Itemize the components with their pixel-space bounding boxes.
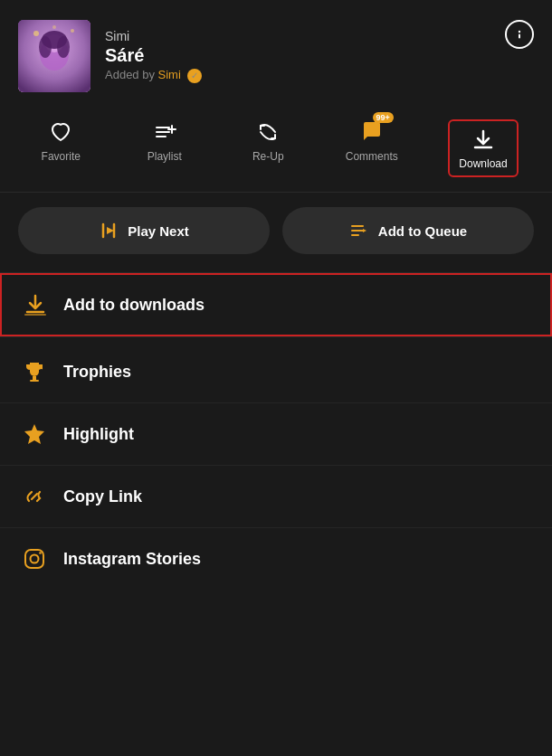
add-downloads-label: Add to downloads xyxy=(63,296,205,315)
svg-rect-24 xyxy=(33,376,36,380)
svg-marker-26 xyxy=(24,424,44,444)
playlist-icon xyxy=(152,119,177,145)
add-downloads-section: Add to downloads xyxy=(0,272,552,337)
svg-point-1 xyxy=(33,31,39,36)
download-icon xyxy=(471,127,496,152)
reup-action[interactable]: Re-Up xyxy=(241,119,295,177)
svg-point-9 xyxy=(519,31,520,33)
copy-link-label: Copy Link xyxy=(63,487,142,506)
menu-item-highlight[interactable]: Highlight xyxy=(0,403,552,466)
favorite-label: Favorite xyxy=(42,150,81,163)
comments-icon: 99+ xyxy=(359,119,385,145)
highlight-icon xyxy=(22,421,47,447)
svg-point-29 xyxy=(39,552,42,554)
info-button[interactable] xyxy=(505,20,534,49)
reup-label: Re-Up xyxy=(252,150,284,163)
svg-point-3 xyxy=(52,25,56,29)
favorite-icon xyxy=(48,119,73,145)
album-art xyxy=(18,20,90,92)
artist-name: Simi xyxy=(105,29,534,43)
add-downloads-button[interactable]: Add to downloads xyxy=(0,273,552,336)
play-controls: Play Next Add to Queue xyxy=(0,193,552,269)
svg-point-2 xyxy=(71,29,74,33)
play-next-icon xyxy=(99,221,119,241)
menu-item-copy-link[interactable]: Copy Link xyxy=(0,466,552,528)
play-next-button[interactable]: Play Next xyxy=(18,207,270,254)
playlist-label: Playlist xyxy=(148,150,182,163)
playlist-action[interactable]: Playlist xyxy=(138,119,192,177)
menu-item-trophies[interactable]: Trophies xyxy=(0,341,552,403)
svg-rect-25 xyxy=(30,380,39,382)
highlight-label: Highlight xyxy=(63,425,134,444)
verified-badge: ✓ xyxy=(187,69,202,83)
download-label: Download xyxy=(459,157,507,170)
add-downloads-icon xyxy=(24,293,47,317)
add-queue-button[interactable]: Add to Queue xyxy=(282,207,534,254)
menu-item-instagram[interactable]: Instagram Stories xyxy=(0,528,552,590)
svg-rect-10 xyxy=(519,34,520,39)
download-action[interactable]: Download xyxy=(448,119,518,177)
svg-point-8 xyxy=(57,36,70,58)
trophy-icon xyxy=(22,359,47,384)
reup-icon xyxy=(255,119,281,145)
svg-point-28 xyxy=(31,555,39,563)
add-queue-icon xyxy=(349,221,369,241)
song-title: Sáré xyxy=(105,45,534,66)
action-icons-row: Favorite Playlist Re-Up xyxy=(0,109,552,193)
favorite-action[interactable]: Favorite xyxy=(33,119,88,177)
instagram-icon xyxy=(22,546,47,572)
song-info: Simi Sáré Added by Simi ✓ xyxy=(105,29,534,83)
svg-point-7 xyxy=(39,36,52,58)
comments-badge: 99+ xyxy=(373,112,394,123)
instagram-label: Instagram Stories xyxy=(63,550,201,569)
link-icon xyxy=(22,484,47,509)
added-by-text: Added by Simi ✓ xyxy=(105,68,534,83)
menu-items: Trophies Highlight Copy Link xyxy=(0,341,552,590)
trophies-label: Trophies xyxy=(63,363,131,382)
comments-label: Comments xyxy=(346,150,398,163)
added-by-username: Simi xyxy=(158,68,181,81)
play-next-label: Play Next xyxy=(128,223,189,239)
add-queue-label: Add to Queue xyxy=(378,223,467,239)
comments-action[interactable]: 99+ Comments xyxy=(345,119,399,177)
song-header: Simi Sáré Added by Simi ✓ xyxy=(0,0,552,109)
